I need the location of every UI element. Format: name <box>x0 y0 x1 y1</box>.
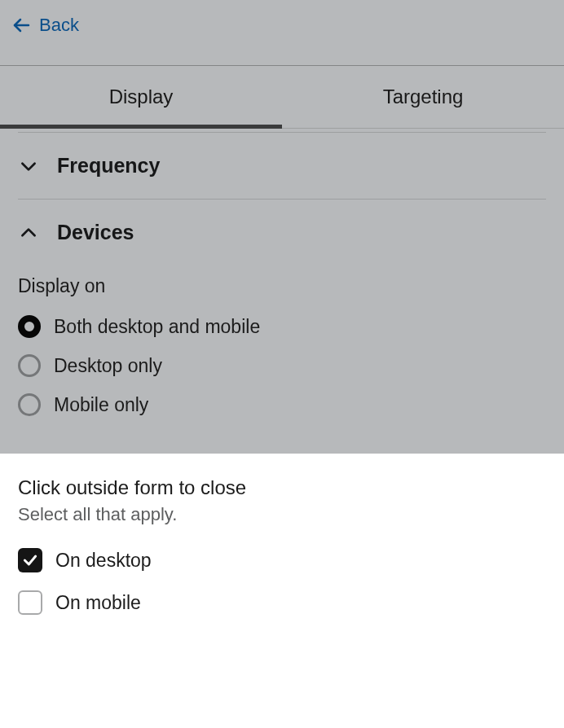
checkbox-desktop-label: On desktop <box>55 550 152 572</box>
back-button[interactable]: Back <box>11 15 79 36</box>
tab-targeting[interactable]: Targeting <box>282 66 564 128</box>
radio-mobile-label: Mobile only <box>54 394 148 416</box>
chevron-up-icon <box>18 222 39 243</box>
tab-targeting-label: Targeting <box>383 86 464 107</box>
checkmark-icon <box>22 552 38 568</box>
click-outside-panel: Click outside form to close Select all t… <box>0 454 564 638</box>
radio-desktop-label: Desktop only <box>54 355 162 377</box>
back-label: Back <box>39 15 79 36</box>
radio-icon-unselected <box>18 393 41 416</box>
tab-display-label: Display <box>109 86 174 107</box>
checkbox-on-desktop[interactable]: On desktop <box>18 548 546 572</box>
radio-mobile-only[interactable]: Mobile only <box>18 393 546 416</box>
radio-both-desktop-mobile[interactable]: Both desktop and mobile <box>18 315 546 338</box>
accordion-frequency-title: Frequency <box>57 154 160 178</box>
display-on-radio-group: Both desktop and mobile Desktop only Mob… <box>18 315 546 432</box>
arrow-left-icon <box>11 15 31 35</box>
radio-desktop-only[interactable]: Desktop only <box>18 354 546 377</box>
panel-subtitle: Select all that apply. <box>18 504 546 525</box>
radio-icon-selected <box>18 315 41 338</box>
radio-both-label: Both desktop and mobile <box>54 316 260 338</box>
accordion-frequency-header[interactable]: Frequency <box>18 154 546 178</box>
display-on-label: Display on <box>18 275 546 297</box>
content-area: Frequency Devices Display on Both deskto… <box>0 132 564 454</box>
checkbox-icon-checked <box>18 548 42 572</box>
checkbox-icon-unchecked <box>18 590 42 615</box>
tabs: Display Targeting <box>0 66 564 129</box>
accordion-frequency: Frequency <box>18 133 546 200</box>
header: Back <box>0 0 564 65</box>
checkbox-mobile-label: On mobile <box>55 592 141 614</box>
accordion-devices-header[interactable]: Devices <box>18 221 546 244</box>
panel-title: Click outside form to close <box>18 476 546 499</box>
accordion-devices-title: Devices <box>57 221 134 244</box>
close-outside-checkbox-group: On desktop On mobile <box>18 548 546 615</box>
tab-display[interactable]: Display <box>0 66 282 128</box>
checkbox-on-mobile[interactable]: On mobile <box>18 590 546 615</box>
chevron-down-icon <box>18 156 39 177</box>
dimmed-background-area: Back Display Targeting Frequency <box>0 0 564 454</box>
radio-icon-unselected <box>18 354 41 377</box>
accordion-devices: Devices Display on Both desktop and mobi… <box>18 200 546 454</box>
